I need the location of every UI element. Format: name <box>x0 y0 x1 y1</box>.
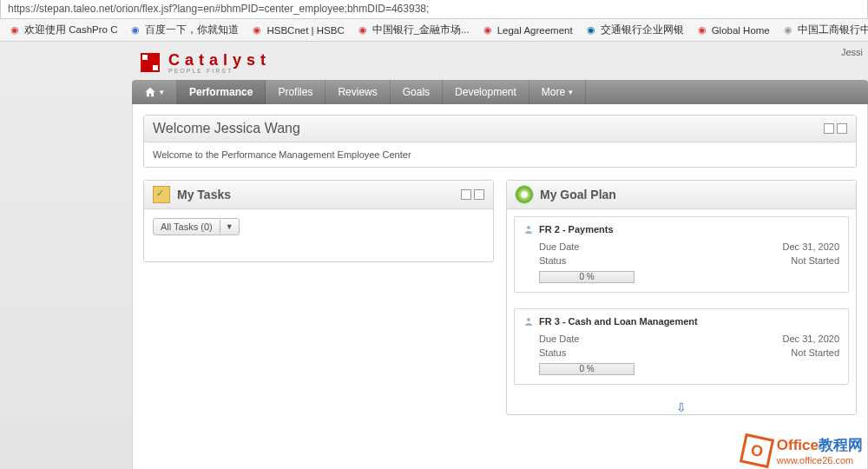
page-body: Jessi Catalyst PEOPLE FIRST Performance … <box>0 42 868 469</box>
goal-card: FR 2 - PaymentsDue DateDec 31, 2020Statu… <box>514 216 849 293</box>
person-icon <box>523 316 534 327</box>
main-nav: Performance Profiles Reviews Goals Devel… <box>132 80 868 104</box>
nav-profiles[interactable]: Profiles <box>266 80 326 104</box>
welcome-subtitle: Welcome to the Performance Management Em… <box>144 142 856 167</box>
bookmark-item[interactable]: ◉中国银行_金融市场... <box>353 22 473 38</box>
bookmark-item[interactable]: ◉Legal Agreement <box>478 23 576 38</box>
panel-window-controls <box>461 189 484 200</box>
due-date-value: Dec 31, 2020 <box>783 334 839 344</box>
goalplan-panel: My Goal Plan FR 2 - PaymentsDue DateDec … <box>506 180 857 415</box>
goal-title-text: FR 2 - Payments <box>539 224 614 234</box>
watermark-title: Office教程网 <box>777 435 863 455</box>
favicon-icon: ◉ <box>585 24 597 36</box>
logo-text: Catalyst <box>168 51 271 69</box>
goal-title-link[interactable]: FR 2 - Payments <box>523 224 839 234</box>
bookmark-label: 中国银行_金融市场... <box>372 23 470 36</box>
goal-row: StatusNot Started <box>523 254 839 268</box>
nav-label: Reviews <box>338 86 377 98</box>
nav-performance[interactable]: Performance <box>177 80 266 104</box>
person-icon <box>523 224 534 234</box>
goal-card: FR 3 - Cash and Loan ManagementDue DateD… <box>514 308 849 385</box>
svg-point-1 <box>527 318 530 321</box>
nav-development[interactable]: Development <box>443 80 529 104</box>
home-icon <box>144 86 156 98</box>
due-date-label: Due Date <box>539 241 579 252</box>
clipboard-icon <box>153 186 170 203</box>
bookmarks-bar: ◉欢迎使用 CashPro C◉百度一下，你就知道◉HSBCnet | HSBC… <box>0 19 868 42</box>
bookmark-label: 中国工商银行中国网 <box>798 23 868 36</box>
status-label: Status <box>539 255 566 266</box>
minimize-icon[interactable] <box>461 189 471 200</box>
bookmark-label: Global Home <box>712 25 770 36</box>
due-date-value: Dec 31, 2020 <box>783 241 839 252</box>
status-label: Status <box>539 347 566 358</box>
due-date-label: Due Date <box>539 334 579 344</box>
bookmark-item[interactable]: ◉欢迎使用 CashPro C <box>5 22 121 38</box>
nav-label: Profiles <box>278 86 312 98</box>
goal-row: StatusNot Started <box>523 346 839 360</box>
logo-mark-icon <box>141 53 160 72</box>
all-tasks-label: All Tasks (0) <box>154 219 220 234</box>
watermark-logo-icon: O <box>740 433 774 467</box>
nav-goals[interactable]: Goals <box>391 80 443 104</box>
nav-more[interactable]: More <box>529 80 586 104</box>
bookmark-item[interactable]: ◉百度一下，你就知道 <box>126 22 242 38</box>
bookmark-label: 百度一下，你就知道 <box>145 23 239 36</box>
nav-home[interactable] <box>132 80 177 104</box>
tasks-column: My Tasks All Tasks (0) ▼ <box>143 180 494 415</box>
two-column-row: My Tasks All Tasks (0) ▼ <box>143 180 857 415</box>
chevron-down-icon: ▼ <box>220 220 239 234</box>
app-container: Catalyst PEOPLE FIRST Performance Profil… <box>132 42 868 469</box>
goal-row: Due DateDec 31, 2020 <box>523 240 839 254</box>
goals-column: My Goal Plan FR 2 - PaymentsDue DateDec … <box>506 180 857 415</box>
bookmark-item[interactable]: ◉Global Home <box>693 23 773 38</box>
welcome-title: Welcome Jessica Wang <box>153 121 300 136</box>
svg-point-0 <box>527 226 530 229</box>
nav-label: Goals <box>403 86 430 98</box>
welcome-panel: Welcome Jessica Wang Welcome to the Perf… <box>143 115 857 168</box>
goal-title-link[interactable]: FR 3 - Cash and Loan Management <box>523 316 839 327</box>
logo: Catalyst PEOPLE FIRST <box>132 42 868 80</box>
content-area: Welcome Jessica Wang Welcome to the Perf… <box>132 104 868 469</box>
bookmark-item[interactable]: ◉HSBCnet | HSBC <box>247 23 347 38</box>
bookmark-label: HSBCnet | HSBC <box>266 25 344 36</box>
bookmark-item[interactable]: ◉交通银行企业网银 <box>582 22 687 38</box>
page-down-button[interactable]: ⇩ <box>507 400 856 414</box>
maximize-icon[interactable] <box>837 123 847 134</box>
tasks-body: All Tasks (0) ▼ <box>144 209 493 261</box>
favicon-icon: ◉ <box>696 24 708 36</box>
tasks-header: My Tasks <box>144 181 493 209</box>
nav-label: Performance <box>189 86 253 98</box>
favicon-icon: ◉ <box>357 24 369 36</box>
panel-window-controls <box>824 123 847 134</box>
bookmark-label: 欢迎使用 CashPro C <box>24 23 117 36</box>
favicon-icon: ◉ <box>129 24 141 36</box>
url-text: https://stepan.taleo.net/orion/flex.jsf?… <box>8 3 429 15</box>
nav-reviews[interactable]: Reviews <box>326 80 390 104</box>
bookmark-item[interactable]: ◉中国工商银行中国网 <box>779 22 868 38</box>
favicon-icon: ◉ <box>482 24 494 36</box>
goal-list: FR 2 - PaymentsDue DateDec 31, 2020Statu… <box>507 209 856 392</box>
favicon-icon: ◉ <box>782 24 794 36</box>
bookmark-label: Legal Agreement <box>497 25 573 36</box>
all-tasks-dropdown[interactable]: All Tasks (0) ▼ <box>153 218 240 235</box>
arrow-down-icon: ⇩ <box>676 400 687 414</box>
minimize-icon[interactable] <box>824 123 834 134</box>
nav-label: More <box>542 86 565 98</box>
favicon-icon: ◉ <box>9 24 21 36</box>
welcome-header: Welcome Jessica Wang <box>144 116 856 142</box>
progress-bar: 0 % <box>539 271 635 283</box>
nav-label: Development <box>455 86 516 98</box>
tasks-title: My Tasks <box>177 188 231 201</box>
goalplan-title: My Goal Plan <box>540 188 616 201</box>
favicon-icon: ◉ <box>251 24 263 36</box>
watermark-url: www.office26.com <box>777 455 863 466</box>
goal-row: Due DateDec 31, 2020 <box>523 332 839 346</box>
bookmark-label: 交通银行企业网银 <box>601 23 684 36</box>
maximize-icon[interactable] <box>474 189 484 200</box>
status-value: Not Started <box>791 347 839 358</box>
browser-url-bar[interactable]: https://stepan.taleo.net/orion/flex.jsf?… <box>0 0 868 19</box>
goalplan-header: My Goal Plan <box>507 181 856 209</box>
target-icon <box>516 186 533 203</box>
progress-bar: 0 % <box>539 363 635 375</box>
